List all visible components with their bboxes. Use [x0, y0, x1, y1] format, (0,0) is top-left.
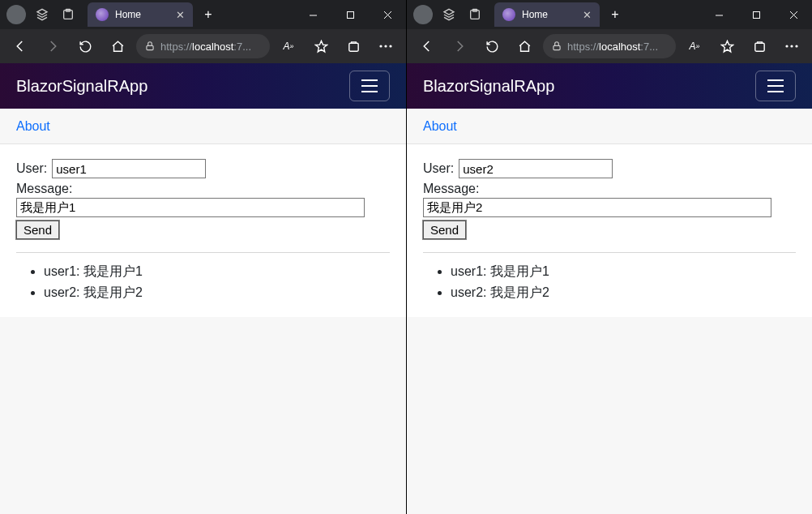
svg-point-22 — [785, 45, 788, 47]
read-aloud-button[interactable]: A» — [681, 32, 708, 60]
svg-point-23 — [790, 45, 793, 47]
message-label: Message: — [16, 182, 72, 195]
browser-toolbar: https://localhost:7... A» — [407, 29, 812, 63]
home-button[interactable] — [104, 32, 131, 60]
svg-rect-3 — [347, 11, 353, 18]
message-input[interactable] — [16, 198, 365, 217]
more-menu-button[interactable] — [372, 32, 400, 60]
close-window-button[interactable] — [369, 0, 406, 29]
content-area: User: Message: Send user1: 我是用户1 user2: … — [0, 144, 406, 317]
close-window-button[interactable] — [775, 0, 812, 29]
forward-button[interactable] — [446, 32, 473, 60]
list-item: user2: 我是用户2 — [44, 282, 390, 303]
navbar-toggle-button[interactable] — [349, 71, 390, 101]
workspaces-icon[interactable] — [438, 3, 460, 26]
back-button[interactable] — [6, 32, 34, 60]
refresh-button[interactable] — [71, 32, 99, 60]
svg-rect-17 — [753, 11, 759, 18]
minimize-button[interactable] — [294, 0, 331, 29]
svg-rect-6 — [147, 45, 153, 49]
tab-title: Home — [522, 9, 576, 20]
browser-window: Home ✕ + https://localhost:7... A» Blazo… — [0, 0, 406, 514]
separator — [423, 252, 796, 253]
svg-point-24 — [795, 45, 797, 47]
message-label: Message: — [423, 182, 479, 195]
browser-window: Home ✕ + https://localhost:7... A» Blazo… — [406, 0, 812, 514]
tab-favicon-icon — [502, 8, 515, 21]
collections-button[interactable] — [340, 32, 367, 60]
about-row: About — [407, 109, 812, 144]
user-input[interactable] — [459, 159, 613, 178]
tab-actions-icon[interactable] — [464, 3, 486, 26]
refresh-button[interactable] — [478, 32, 506, 60]
list-item: user1: 我是用户1 — [451, 261, 796, 282]
send-button[interactable]: Send — [423, 221, 466, 239]
tab-actions-icon[interactable] — [57, 3, 79, 26]
svg-point-10 — [389, 45, 391, 47]
favorite-button[interactable] — [713, 32, 741, 60]
browser-tab[interactable]: Home ✕ — [494, 2, 600, 27]
content-area: User: Message: Send user1: 我是用户1 user2: … — [407, 144, 812, 317]
svg-rect-21 — [754, 43, 763, 51]
back-button[interactable] — [413, 32, 441, 60]
separator — [16, 252, 390, 253]
user-input[interactable] — [52, 159, 206, 178]
svg-rect-20 — [553, 45, 560, 49]
more-menu-button[interactable] — [778, 32, 806, 60]
maximize-button[interactable] — [737, 0, 775, 29]
messages-list: user1: 我是用户1 user2: 我是用户2 — [16, 261, 390, 302]
maximize-button[interactable] — [331, 0, 369, 29]
about-row: About — [0, 109, 406, 144]
user-label: User: — [423, 161, 454, 176]
list-item: user2: 我是用户2 — [451, 282, 796, 303]
workspaces-icon[interactable] — [31, 3, 53, 26]
svg-point-8 — [379, 45, 382, 47]
page-content: BlazorSignalRApp About User: Message: Se… — [0, 63, 406, 514]
titlebar: Home ✕ + — [407, 0, 812, 29]
window-controls — [700, 0, 812, 29]
navbar-toggle-button[interactable] — [755, 71, 796, 101]
app-brand: BlazorSignalRApp — [423, 77, 554, 96]
app-header: BlazorSignalRApp — [407, 63, 812, 109]
lock-icon — [551, 41, 562, 52]
svg-rect-7 — [348, 43, 357, 51]
new-tab-button[interactable]: + — [198, 4, 219, 25]
app-brand: BlazorSignalRApp — [16, 77, 147, 96]
svg-point-9 — [384, 45, 387, 47]
minimize-button[interactable] — [700, 0, 737, 29]
favorite-button[interactable] — [307, 32, 335, 60]
url-text: https://localhost:7... — [567, 41, 658, 53]
titlebar: Home ✕ + — [0, 0, 406, 29]
lock-icon — [144, 41, 156, 52]
profile-icon[interactable] — [6, 5, 26, 24]
window-controls — [294, 0, 406, 29]
about-link[interactable]: About — [423, 119, 457, 134]
close-tab-icon[interactable]: ✕ — [583, 10, 592, 20]
close-tab-icon[interactable]: ✕ — [176, 10, 185, 20]
new-tab-button[interactable]: + — [605, 4, 626, 25]
page-content: BlazorSignalRApp About User: Message: Se… — [407, 63, 812, 514]
home-button[interactable] — [511, 32, 538, 60]
browser-tab[interactable]: Home ✕ — [88, 2, 193, 27]
send-button[interactable]: Send — [16, 221, 59, 239]
message-input[interactable] — [423, 198, 771, 217]
user-label: User: — [16, 161, 47, 176]
address-bar[interactable]: https://localhost:7... — [136, 34, 270, 58]
app-header: BlazorSignalRApp — [0, 63, 406, 109]
messages-list: user1: 我是用户1 user2: 我是用户2 — [423, 261, 796, 302]
forward-button[interactable] — [39, 32, 66, 60]
tab-title: Home — [115, 9, 169, 20]
profile-icon[interactable] — [413, 5, 433, 24]
read-aloud-button[interactable]: A» — [275, 32, 302, 60]
address-bar[interactable]: https://localhost:7... — [543, 34, 676, 58]
collections-button[interactable] — [746, 32, 773, 60]
about-link[interactable]: About — [16, 119, 50, 134]
list-item: user1: 我是用户1 — [44, 261, 390, 282]
browser-toolbar: https://localhost:7... A» — [0, 29, 406, 63]
tab-favicon-icon — [96, 8, 109, 21]
url-text: https://localhost:7... — [160, 41, 251, 53]
